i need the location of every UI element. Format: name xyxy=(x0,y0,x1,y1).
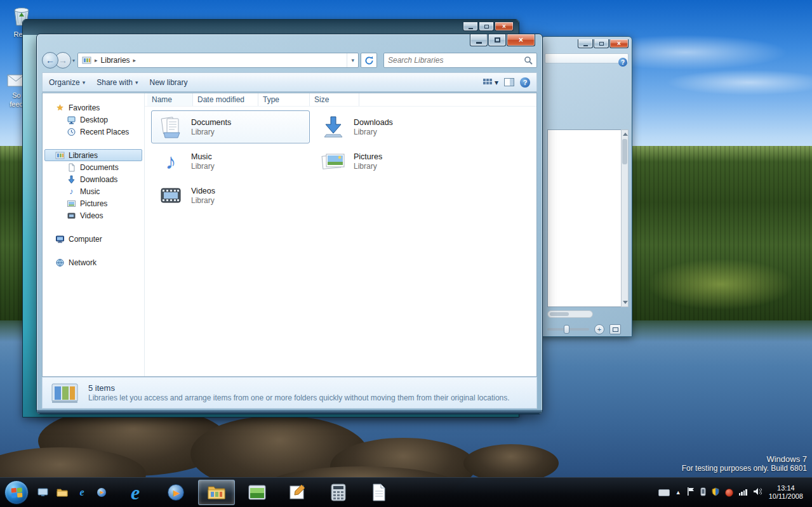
maximize-button[interactable] xyxy=(488,34,506,46)
sidebar-item-libraries[interactable]: Libraries xyxy=(44,149,142,161)
share-with-menu-button[interactable]: Share with ▾ xyxy=(97,78,138,87)
refresh-button[interactable] xyxy=(361,53,377,68)
maximize-button[interactable] xyxy=(479,22,494,31)
item-count: 5 items xyxy=(88,383,510,393)
quick-launch-ie[interactable]: e xyxy=(76,486,88,499)
music-library-icon: ♪ xyxy=(156,148,186,174)
column-header-size[interactable]: Size xyxy=(310,93,359,106)
close-button[interactable]: × xyxy=(495,22,514,31)
taskbar-button-ie[interactable]: e xyxy=(117,480,154,505)
downloads-library-icon xyxy=(318,114,349,140)
zoom-slider[interactable] xyxy=(547,328,589,331)
scrollbar-thumb[interactable] xyxy=(622,139,627,164)
recent-pages-dropdown[interactable]: ▾ xyxy=(72,58,75,63)
rock xyxy=(463,444,559,482)
background-window-titlebar[interactable] xyxy=(23,20,519,35)
preview-toolbar xyxy=(545,53,629,63)
close-button[interactable]: × xyxy=(507,34,535,46)
document-page xyxy=(547,129,623,307)
sidebar-item-downloads[interactable]: Downloads xyxy=(43,173,144,185)
details-description: Libraries let you access and arrange ite… xyxy=(88,393,510,403)
security-shield-icon[interactable] xyxy=(712,487,719,498)
taskbar-button-document-app[interactable] xyxy=(361,480,397,505)
sidebar-item-recent-places[interactable]: Recent Places xyxy=(43,126,144,138)
wallpaper-meadow xyxy=(648,259,794,310)
explorer-window-libraries: × ← → ▾ ▸ Libraries ▸ ▾ xyxy=(36,34,543,414)
start-button[interactable] xyxy=(4,480,29,504)
sidebar-item-music[interactable]: ♪ Music xyxy=(43,185,144,197)
picture-icon xyxy=(67,199,76,208)
folder-icon xyxy=(207,485,226,500)
help-button[interactable]: ? xyxy=(520,77,530,88)
breadcrumb-arrow-icon[interactable]: ▸ xyxy=(133,57,136,63)
media-player-icon: ▶ xyxy=(168,484,184,501)
preview-pane-button[interactable] xyxy=(504,78,514,86)
file-list-pane: Name Date modified Type Size xyxy=(145,93,536,376)
change-view-button[interactable]: ▾ xyxy=(483,78,498,87)
search-input[interactable] xyxy=(388,56,524,65)
maximize-button[interactable] xyxy=(594,39,609,48)
list-item-videos[interactable]: Videos Library xyxy=(151,179,310,212)
volume-icon[interactable] xyxy=(753,487,762,497)
preview-window[interactable]: × ? + xyxy=(541,36,632,337)
help-icon[interactable]: ? xyxy=(618,58,627,67)
horizontal-scrollbar[interactable] xyxy=(547,310,593,318)
search-box[interactable] xyxy=(383,53,537,68)
minimize-button[interactable] xyxy=(578,39,593,48)
column-header-type[interactable]: Type xyxy=(258,93,310,106)
new-library-button[interactable]: New library xyxy=(149,78,187,87)
list-item-music[interactable]: ♪ Music Library xyxy=(151,145,310,178)
media-status-icon[interactable] xyxy=(725,489,733,497)
organize-menu-button[interactable]: Organize ▾ xyxy=(49,78,85,87)
minimize-button[interactable] xyxy=(463,22,478,31)
action-center-icon[interactable] xyxy=(687,487,695,497)
taskbar-clock[interactable]: 13:14 10/11/2008 xyxy=(768,484,807,501)
list-item-pictures[interactable]: Pictures Library xyxy=(314,145,472,178)
sidebar-item-computer[interactable]: Computer xyxy=(43,233,144,245)
taskbar-button-calculator[interactable] xyxy=(320,480,357,505)
sidebar-item-desktop[interactable]: Desktop xyxy=(43,114,144,126)
device-icon[interactable] xyxy=(700,487,706,498)
fit-page-button[interactable] xyxy=(609,324,621,334)
taskbar-button-paint[interactable] xyxy=(279,480,316,505)
address-bar[interactable]: ▸ Libraries ▸ ▾ xyxy=(77,53,359,68)
help-icon: ? xyxy=(523,79,528,86)
taskbar-button-media-player[interactable]: ▶ xyxy=(157,480,194,505)
item-name: Videos xyxy=(191,186,215,196)
keyboard-layout-icon[interactable] xyxy=(658,489,670,496)
back-button[interactable]: ← xyxy=(42,52,58,69)
desktop: Recy So feed × × ? xyxy=(0,0,812,507)
column-header-date-modified[interactable]: Date modified xyxy=(193,93,258,106)
sidebar-item-documents[interactable]: Documents xyxy=(43,161,144,173)
network-icon[interactable] xyxy=(739,489,747,496)
refresh-icon xyxy=(364,56,374,65)
video-icon xyxy=(67,211,76,220)
list-item-downloads[interactable]: Downloads Library xyxy=(314,110,472,143)
sidebar-item-network[interactable]: Network xyxy=(43,256,144,268)
search-icon[interactable] xyxy=(524,56,533,65)
show-desktop-button[interactable] xyxy=(36,486,49,499)
zoom-in-button[interactable]: + xyxy=(594,324,604,334)
sidebar-item-favorites[interactable]: ★ Favorites xyxy=(43,102,144,114)
sidebar-item-videos[interactable]: Videos xyxy=(43,209,144,221)
quick-launch-explorer[interactable] xyxy=(56,486,69,499)
watermark-line1: Windows 7 xyxy=(682,454,807,464)
column-header-name[interactable]: Name xyxy=(147,93,193,106)
sidebar-item-pictures[interactable]: Pictures xyxy=(43,197,144,209)
quick-launch-media-player[interactable]: ▶ xyxy=(95,486,108,499)
vertical-scrollbar[interactable] xyxy=(621,129,629,307)
column-header-row: Name Date modified Type Size xyxy=(145,93,536,107)
zoom-slider-thumb[interactable] xyxy=(564,325,569,334)
breadcrumb-location[interactable]: Libraries xyxy=(101,56,130,65)
taskbar-button-libraries-active[interactable] xyxy=(198,480,235,505)
list-item-documents[interactable]: Documents Library xyxy=(151,110,310,143)
item-type: Library xyxy=(191,162,215,171)
address-dropdown-button[interactable]: ▾ xyxy=(347,53,354,67)
taskbar-button-app-green[interactable] xyxy=(239,480,276,505)
scrollbar-thumb[interactable] xyxy=(550,312,569,316)
show-hidden-icons-button[interactable]: ▲ xyxy=(676,489,681,496)
minimize-button[interactable] xyxy=(470,34,488,46)
videos-library-icon xyxy=(156,182,186,209)
navigation-pane: ★ Favorites Desktop Recent Places Librar… xyxy=(43,93,145,376)
close-button[interactable]: × xyxy=(609,39,629,48)
